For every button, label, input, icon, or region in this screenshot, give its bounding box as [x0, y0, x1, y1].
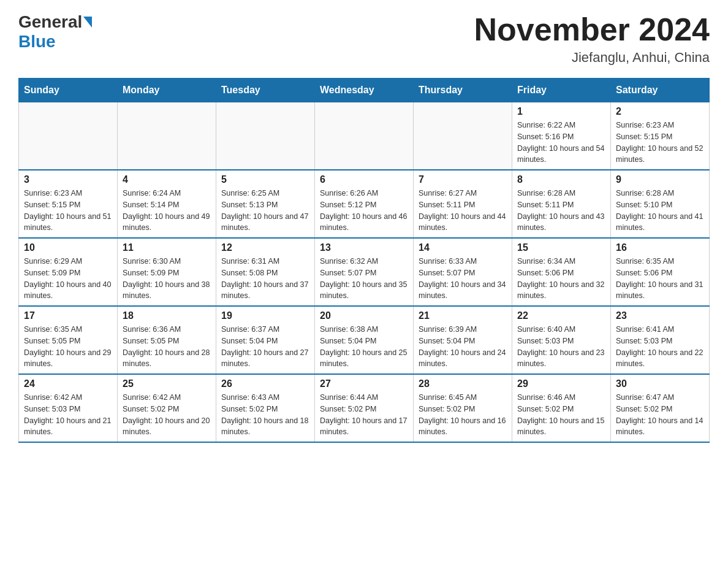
day-info: Sunrise: 6:31 AMSunset: 5:08 PMDaylight:… [221, 256, 309, 302]
calendar-cell: 23Sunrise: 6:41 AMSunset: 5:03 PMDayligh… [611, 306, 710, 374]
calendar-cell: 19Sunrise: 6:37 AMSunset: 5:04 PMDayligh… [216, 306, 315, 374]
day-number: 22 [517, 310, 605, 321]
calendar-week-4: 17Sunrise: 6:35 AMSunset: 5:05 PMDayligh… [19, 306, 710, 374]
calendar-week-3: 10Sunrise: 6:29 AMSunset: 5:09 PMDayligh… [19, 238, 710, 306]
calendar-cell: 12Sunrise: 6:31 AMSunset: 5:08 PMDayligh… [216, 238, 315, 306]
calendar-cell: 18Sunrise: 6:36 AMSunset: 5:05 PMDayligh… [118, 306, 216, 374]
day-info: Sunrise: 6:42 AMSunset: 5:03 PMDaylight:… [24, 392, 112, 438]
day-number: 12 [221, 242, 309, 253]
day-of-week-sunday: Sunday [19, 79, 118, 102]
day-number: 28 [419, 378, 507, 389]
calendar-cell: 21Sunrise: 6:39 AMSunset: 5:04 PMDayligh… [414, 306, 512, 374]
calendar-cell: 7Sunrise: 6:27 AMSunset: 5:11 PMDaylight… [414, 170, 512, 238]
day-number: 25 [123, 378, 211, 389]
day-number: 11 [123, 242, 211, 253]
day-info: Sunrise: 6:47 AMSunset: 5:02 PMDaylight:… [616, 392, 704, 438]
day-info: Sunrise: 6:28 AMSunset: 5:10 PMDaylight:… [616, 188, 704, 234]
calendar-cell [216, 102, 315, 170]
day-number: 14 [419, 242, 507, 253]
day-info: Sunrise: 6:29 AMSunset: 5:09 PMDaylight:… [24, 256, 112, 302]
calendar-cell: 28Sunrise: 6:45 AMSunset: 5:02 PMDayligh… [414, 374, 512, 442]
day-info: Sunrise: 6:36 AMSunset: 5:05 PMDaylight:… [123, 324, 211, 370]
day-number: 10 [24, 242, 112, 253]
day-number: 26 [221, 378, 309, 389]
day-number: 13 [320, 242, 408, 253]
day-info: Sunrise: 6:34 AMSunset: 5:06 PMDaylight:… [517, 256, 605, 302]
day-info: Sunrise: 6:41 AMSunset: 5:03 PMDaylight:… [616, 324, 704, 370]
day-info: Sunrise: 6:40 AMSunset: 5:03 PMDaylight:… [517, 324, 605, 370]
day-info: Sunrise: 6:35 AMSunset: 5:05 PMDaylight:… [24, 324, 112, 370]
calendar-cell: 11Sunrise: 6:30 AMSunset: 5:09 PMDayligh… [118, 238, 216, 306]
calendar-table: SundayMondayTuesdayWednesdayThursdayFrid… [18, 78, 710, 443]
days-of-week-row: SundayMondayTuesdayWednesdayThursdayFrid… [19, 79, 710, 102]
day-info: Sunrise: 6:25 AMSunset: 5:13 PMDaylight:… [221, 188, 309, 234]
day-info: Sunrise: 6:23 AMSunset: 5:15 PMDaylight:… [24, 188, 112, 234]
day-of-week-wednesday: Wednesday [315, 79, 414, 102]
calendar-cell [315, 102, 414, 170]
day-info: Sunrise: 6:24 AMSunset: 5:14 PMDaylight:… [123, 188, 211, 234]
day-number: 17 [24, 310, 112, 321]
logo: General Blue [18, 12, 93, 52]
calendar-cell: 4Sunrise: 6:24 AMSunset: 5:14 PMDaylight… [118, 170, 216, 238]
day-number: 18 [123, 310, 211, 321]
calendar-cell: 24Sunrise: 6:42 AMSunset: 5:03 PMDayligh… [19, 374, 118, 442]
day-number: 20 [320, 310, 408, 321]
day-info: Sunrise: 6:30 AMSunset: 5:09 PMDaylight:… [123, 256, 211, 302]
calendar-cell: 1Sunrise: 6:22 AMSunset: 5:16 PMDaylight… [512, 102, 611, 170]
day-number: 8 [517, 174, 605, 185]
day-number: 15 [517, 242, 605, 253]
day-number: 7 [419, 174, 507, 185]
day-info: Sunrise: 6:46 AMSunset: 5:02 PMDaylight:… [517, 392, 605, 438]
day-number: 27 [320, 378, 408, 389]
calendar-cell: 25Sunrise: 6:42 AMSunset: 5:02 PMDayligh… [118, 374, 216, 442]
day-info: Sunrise: 6:37 AMSunset: 5:04 PMDaylight:… [221, 324, 309, 370]
calendar-cell: 15Sunrise: 6:34 AMSunset: 5:06 PMDayligh… [512, 238, 611, 306]
calendar-cell [19, 102, 118, 170]
day-info: Sunrise: 6:35 AMSunset: 5:06 PMDaylight:… [616, 256, 704, 302]
day-number: 24 [24, 378, 112, 389]
day-number: 2 [616, 106, 704, 117]
logo-triangle-icon [83, 17, 92, 28]
day-of-week-tuesday: Tuesday [216, 79, 315, 102]
calendar-cell: 20Sunrise: 6:38 AMSunset: 5:04 PMDayligh… [315, 306, 414, 374]
calendar-week-2: 3Sunrise: 6:23 AMSunset: 5:15 PMDaylight… [19, 170, 710, 238]
calendar-cell: 16Sunrise: 6:35 AMSunset: 5:06 PMDayligh… [611, 238, 710, 306]
day-of-week-monday: Monday [118, 79, 216, 102]
day-info: Sunrise: 6:23 AMSunset: 5:15 PMDaylight:… [616, 120, 704, 166]
day-number: 16 [616, 242, 704, 253]
day-info: Sunrise: 6:32 AMSunset: 5:07 PMDaylight:… [320, 256, 408, 302]
logo-blue-text: Blue [18, 32, 56, 51]
day-info: Sunrise: 6:38 AMSunset: 5:04 PMDaylight:… [320, 324, 408, 370]
day-number: 23 [616, 310, 704, 321]
location: Jiefanglu, Anhui, China [474, 50, 710, 66]
day-number: 9 [616, 174, 704, 185]
day-info: Sunrise: 6:44 AMSunset: 5:02 PMDaylight:… [320, 392, 408, 438]
day-info: Sunrise: 6:39 AMSunset: 5:04 PMDaylight:… [419, 324, 507, 370]
calendar-week-5: 24Sunrise: 6:42 AMSunset: 5:03 PMDayligh… [19, 374, 710, 442]
calendar-cell: 14Sunrise: 6:33 AMSunset: 5:07 PMDayligh… [414, 238, 512, 306]
calendar-cell: 29Sunrise: 6:46 AMSunset: 5:02 PMDayligh… [512, 374, 611, 442]
calendar-cell: 10Sunrise: 6:29 AMSunset: 5:09 PMDayligh… [19, 238, 118, 306]
day-info: Sunrise: 6:33 AMSunset: 5:07 PMDaylight:… [419, 256, 507, 302]
day-of-week-friday: Friday [512, 79, 611, 102]
day-number: 4 [123, 174, 211, 185]
calendar-cell: 17Sunrise: 6:35 AMSunset: 5:05 PMDayligh… [19, 306, 118, 374]
calendar-cell: 26Sunrise: 6:43 AMSunset: 5:02 PMDayligh… [216, 374, 315, 442]
calendar-cell: 9Sunrise: 6:28 AMSunset: 5:10 PMDaylight… [611, 170, 710, 238]
calendar-cell: 22Sunrise: 6:40 AMSunset: 5:03 PMDayligh… [512, 306, 611, 374]
calendar-cell: 13Sunrise: 6:32 AMSunset: 5:07 PMDayligh… [315, 238, 414, 306]
day-number: 1 [517, 106, 605, 117]
day-number: 30 [616, 378, 704, 389]
calendar-cell: 3Sunrise: 6:23 AMSunset: 5:15 PMDaylight… [19, 170, 118, 238]
calendar-cell: 27Sunrise: 6:44 AMSunset: 5:02 PMDayligh… [315, 374, 414, 442]
day-number: 5 [221, 174, 309, 185]
day-info: Sunrise: 6:42 AMSunset: 5:02 PMDaylight:… [123, 392, 211, 438]
day-of-week-saturday: Saturday [611, 79, 710, 102]
month-title: November 2024 [474, 12, 710, 47]
day-info: Sunrise: 6:22 AMSunset: 5:16 PMDaylight:… [517, 120, 605, 166]
day-number: 29 [517, 378, 605, 389]
logo-general-text: General [18, 12, 82, 32]
calendar-week-1: 1Sunrise: 6:22 AMSunset: 5:16 PMDaylight… [19, 102, 710, 170]
calendar-cell: 5Sunrise: 6:25 AMSunset: 5:13 PMDaylight… [216, 170, 315, 238]
day-info: Sunrise: 6:28 AMSunset: 5:11 PMDaylight:… [517, 188, 605, 234]
